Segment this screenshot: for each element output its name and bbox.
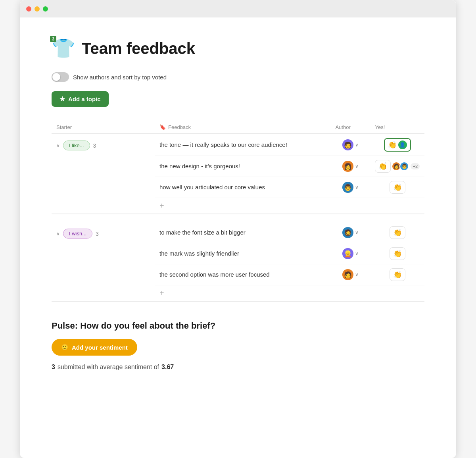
- yes-cell: 👏👤: [370, 134, 424, 156]
- avatar: 👩: [342, 161, 353, 172]
- author-cell: 👩∨: [330, 156, 370, 177]
- author-cell: 🧑∨: [330, 134, 370, 156]
- extra-votes-badge: +2: [411, 163, 420, 169]
- table-row: ∨I wish...3to make the font size a bit b…: [52, 222, 424, 243]
- add-sentiment-button[interactable]: 🙂 Add your sentiment: [52, 339, 137, 356]
- yes-button[interactable]: 👏: [390, 268, 405, 281]
- table-header-row: Starter 🔖 Feedback Author Yes!: [52, 121, 424, 134]
- star-icon: ★: [60, 95, 65, 103]
- sentiment-stats: 3 submitted with average sentiment of 3.…: [52, 364, 424, 371]
- maximize-button[interactable]: [43, 6, 48, 12]
- average-sentiment: 3.67: [161, 364, 174, 371]
- author-cell: 👱∨: [330, 243, 370, 264]
- starter-badge-like: I like...: [63, 140, 90, 150]
- toggle-row: Show authors and sort by top voted: [52, 72, 424, 82]
- yes-button[interactable]: 👏: [390, 226, 405, 239]
- page-title: Team feedback: [82, 40, 195, 58]
- feedback-text: how well you articulated our core values: [159, 184, 265, 191]
- collapse-chevron[interactable]: ∨: [56, 231, 60, 237]
- col-author: Author: [330, 121, 370, 134]
- minimize-button[interactable]: [35, 6, 40, 12]
- author-cell: 🧔∨: [330, 222, 370, 243]
- smiley-icon: 🙂: [61, 344, 69, 351]
- titlebar: [20, 0, 456, 17]
- table-row: ∨I like...3the tone — it really speaks t…: [52, 134, 424, 156]
- author-cell: 🧑∨: [330, 264, 370, 285]
- feedback-text: to make the font size a bit bigger: [159, 229, 246, 236]
- app-window: 👕 3 Team feedback Show authors and sort …: [20, 0, 456, 458]
- page-icon: 👕 3: [52, 37, 75, 60]
- toggle-label: Show authors and sort by top voted: [73, 74, 167, 81]
- group-gap-row: [52, 214, 424, 222]
- feedback-text: the new design - it's gorgeous!: [159, 163, 240, 169]
- feedback-table: Starter 🔖 Feedback Author Yes! ∨I like..…: [52, 121, 424, 302]
- avatar: 🧑: [342, 269, 353, 280]
- main-content: 👕 3 Team feedback Show authors and sort …: [20, 17, 456, 391]
- pulse-title: Pulse: How do you feel about the brief?: [52, 321, 424, 331]
- author-dropdown-chevron[interactable]: ∨: [355, 142, 359, 148]
- author-cell: 👨∨: [330, 177, 370, 198]
- author-dropdown-chevron[interactable]: ∨: [355, 272, 359, 277]
- feedback-text: the tone — it really speaks to our core …: [159, 141, 287, 148]
- close-button[interactable]: [26, 6, 31, 12]
- authors-toggle[interactable]: [52, 72, 69, 82]
- yes-button[interactable]: 👏: [390, 181, 405, 194]
- icon-badge: 3: [50, 36, 56, 42]
- add-topic-button[interactable]: ★ Add a topic: [52, 91, 109, 107]
- yes-button[interactable]: 👏👤: [384, 138, 411, 152]
- yes-cell: 👏: [370, 264, 424, 285]
- submission-count: 3: [52, 364, 55, 371]
- col-feedback: 🔖 Feedback: [155, 121, 330, 134]
- author-dropdown-chevron[interactable]: ∨: [355, 230, 359, 235]
- yes-cell: 👏: [370, 222, 424, 243]
- avatar: 🧔: [342, 227, 353, 238]
- author-dropdown-chevron[interactable]: ∨: [355, 164, 359, 169]
- pulse-section: Pulse: How do you feel about the brief? …: [52, 321, 424, 371]
- starter-count: 3: [93, 142, 96, 149]
- author-dropdown-chevron[interactable]: ∨: [355, 185, 359, 190]
- avatar: 🧑: [342, 139, 353, 150]
- yes-cell: 👏👩👨+2: [370, 156, 424, 177]
- col-yes: Yes!: [370, 121, 424, 134]
- col-starter: Starter: [52, 121, 155, 134]
- starter-cell: ∨I wish...3: [56, 229, 150, 239]
- starter-cell: ∨I like...3: [56, 140, 150, 150]
- feedback-text: the mark was slightly friendlier: [159, 250, 239, 257]
- add-feedback-button[interactable]: +: [159, 289, 164, 297]
- bookmark-icon: 🔖: [159, 124, 166, 130]
- author-dropdown-chevron[interactable]: ∨: [355, 251, 359, 256]
- yes-cell: 👏: [370, 177, 424, 198]
- yes-button[interactable]: 👏: [390, 247, 405, 260]
- add-feedback-button[interactable]: +: [159, 201, 164, 210]
- collapse-chevron[interactable]: ∨: [56, 143, 60, 148]
- yes-button[interactable]: 👏: [375, 160, 391, 173]
- starter-badge-wish: I wish...: [63, 229, 92, 239]
- page-header: 👕 3 Team feedback: [52, 37, 424, 60]
- starter-count: 3: [96, 231, 99, 237]
- avatar: 👱: [342, 248, 353, 259]
- voter-avatars: 👩👨: [392, 162, 409, 171]
- yes-cell: 👏: [370, 243, 424, 264]
- avatar: 👨: [342, 182, 353, 193]
- feedback-text: the second option was more user focused: [159, 271, 270, 278]
